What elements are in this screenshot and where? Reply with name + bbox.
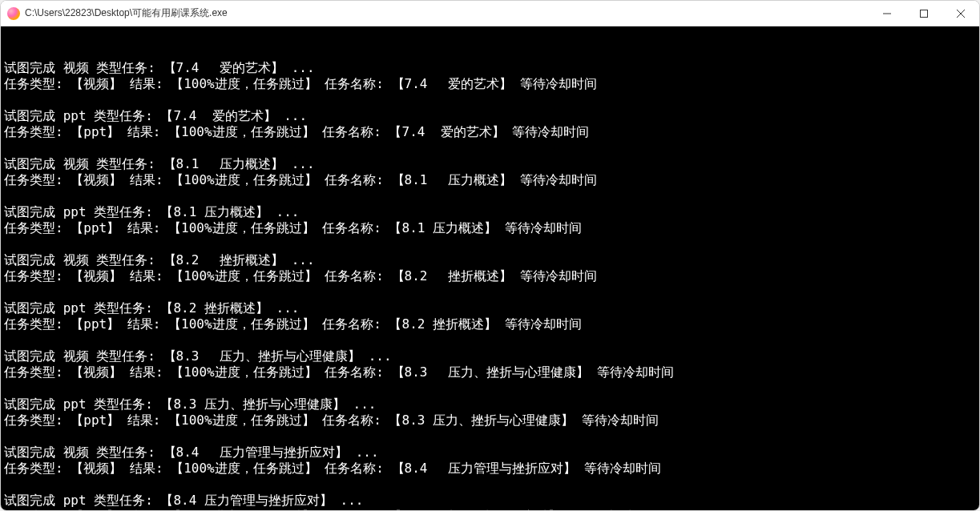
log-line-result: 任务类型: 【视频】 结果: 【100%进度，任务跳过】 任务名称: 【8.1 … <box>4 172 976 188</box>
log-line-result: 任务类型: 【ppt】 结果: 【100%进度，任务跳过】 任务名称: 【8.2… <box>4 316 976 332</box>
maximize-icon <box>920 10 928 18</box>
log-entry: 试图完成 视频 类型任务: 【8.2 挫折概述】 ...任务类型: 【视频】 结… <box>4 252 976 284</box>
maximize-button[interactable] <box>905 1 942 26</box>
app-icon <box>7 7 20 20</box>
log-line-attempt: 试图完成 ppt 类型任务: 【8.1 压力概述】 ... <box>4 204 976 220</box>
log-line-result: 任务类型: 【ppt】 结果: 【100%进度，任务跳过】 任务名称: 【8.1… <box>4 220 976 236</box>
minimize-icon <box>883 10 891 18</box>
log-line-result: 任务类型: 【视频】 结果: 【100%进度，任务跳过】 任务名称: 【8.3 … <box>4 364 976 380</box>
window-title: C:\Users\22823\Desktop\可能有用刷课系统.exe <box>25 6 869 20</box>
log-line-result: 任务类型: 【视频】 结果: 【100%进度，任务跳过】 任务名称: 【7.4 … <box>4 76 976 92</box>
log-line-attempt: 试图完成 ppt 类型任务: 【8.3 压力、挫折与心理健康】 ... <box>4 396 976 412</box>
log-line-attempt: 试图完成 视频 类型任务: 【8.4 压力管理与挫折应对】 ... <box>4 445 976 461</box>
log-line-attempt: 试图完成 视频 类型任务: 【8.2 挫折概述】 ... <box>4 252 976 268</box>
log-line-result: 任务类型: 【视频】 结果: 【100%进度，任务跳过】 任务名称: 【8.2 … <box>4 268 976 284</box>
log-line-attempt: 试图完成 ppt 类型任务: 【8.2 挫折概述】 ... <box>4 300 976 316</box>
log-line-result: 任务类型: 【ppt】 结果: 【100%进度，任务跳过】 任务名称: 【8.3… <box>4 412 976 429</box>
svg-rect-1 <box>921 10 928 17</box>
log-line-attempt: 试图完成 视频 类型任务: 【8.3 压力、挫折与心理健康】 ... <box>4 348 976 364</box>
log-line-result: 任务类型: 【ppt】 结果: 【100%进度，任务跳过】 任务名称: 【7.4… <box>4 124 976 140</box>
log-entry: 试图完成 视频 类型任务: 【8.1 压力概述】 ...任务类型: 【视频】 结… <box>4 156 976 188</box>
terminal-output[interactable]: 试图完成 视频 类型任务: 【7.4 爱的艺术】 ...任务类型: 【视频】 结… <box>1 26 979 510</box>
application-window: C:\Users\22823\Desktop\可能有用刷课系统.exe 试图完成… <box>0 0 980 511</box>
log-line-attempt: 试图完成 视频 类型任务: 【8.1 压力概述】 ... <box>4 156 976 172</box>
close-button[interactable] <box>942 1 979 26</box>
titlebar[interactable]: C:\Users\22823\Desktop\可能有用刷课系统.exe <box>1 1 979 26</box>
minimize-button[interactable] <box>869 1 905 26</box>
log-entry: 试图完成 ppt 类型任务: 【8.1 压力概述】 ...任务类型: 【ppt】… <box>4 204 976 236</box>
log-line-attempt: 试图完成 视频 类型任务: 【7.4 爱的艺术】 ... <box>4 60 976 76</box>
log-entry: 试图完成 ppt 类型任务: 【8.4 压力管理与挫折应对】 ...任务类型: … <box>4 493 976 510</box>
log-entry: 试图完成 视频 类型任务: 【8.4 压力管理与挫折应对】 ...任务类型: 【… <box>4 445 976 477</box>
log-entry: 试图完成 ppt 类型任务: 【8.3 压力、挫折与心理健康】 ...任务类型:… <box>4 396 976 429</box>
log-line-attempt: 试图完成 ppt 类型任务: 【8.4 压力管理与挫折应对】 ... <box>4 493 976 509</box>
log-entry: 试图完成 视频 类型任务: 【7.4 爱的艺术】 ...任务类型: 【视频】 结… <box>4 60 976 92</box>
log-line-result: 任务类型: 【视频】 结果: 【100%进度，任务跳过】 任务名称: 【8.4 … <box>4 461 976 477</box>
log-entry: 试图完成 ppt 类型任务: 【8.2 挫折概述】 ...任务类型: 【ppt】… <box>4 300 976 332</box>
close-icon <box>957 10 965 18</box>
log-line-attempt: 试图完成 ppt 类型任务: 【7.4 爱的艺术】 ... <box>4 108 976 124</box>
log-entry: 试图完成 ppt 类型任务: 【7.4 爱的艺术】 ...任务类型: 【ppt】… <box>4 108 976 140</box>
log-line-result: 任务类型: 【ppt】 结果: 【100%进度，任务跳过】 任务名称: 【8.4… <box>4 509 976 510</box>
log-entry: 试图完成 视频 类型任务: 【8.3 压力、挫折与心理健康】 ...任务类型: … <box>4 348 976 380</box>
window-controls <box>869 1 979 26</box>
